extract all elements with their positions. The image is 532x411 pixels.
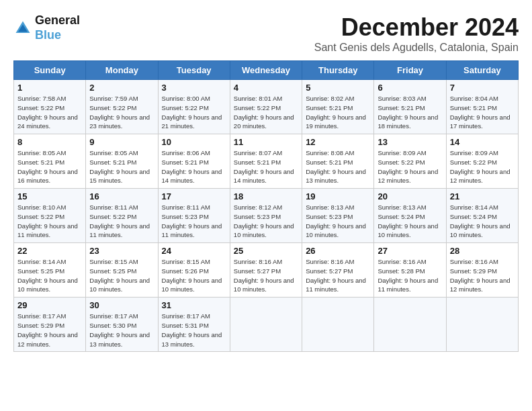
day-info: Sunrise: 8:17 AM Sunset: 5:31 PM Dayligh… xyxy=(162,312,226,349)
calendar-cell: 10 Sunrise: 8:06 AM Sunset: 5:21 PM Dayl… xyxy=(158,134,230,189)
header-row: Sunday Monday Tuesday Wednesday Thursday… xyxy=(14,61,519,80)
calendar-row: 8 Sunrise: 8:05 AM Sunset: 5:21 PM Dayli… xyxy=(14,134,519,189)
calendar-cell xyxy=(302,298,374,352)
day-number: 18 xyxy=(234,191,298,201)
day-number: 1 xyxy=(17,83,82,93)
day-number: 2 xyxy=(89,83,154,93)
calendar-cell: 12 Sunrise: 8:08 AM Sunset: 5:21 PM Dayl… xyxy=(302,134,374,189)
day-info: Sunrise: 8:05 AM Sunset: 5:21 PM Dayligh… xyxy=(89,148,154,185)
calendar-cell: 15 Sunrise: 8:10 AM Sunset: 5:22 PM Dayl… xyxy=(14,189,86,243)
day-number: 23 xyxy=(89,246,154,256)
day-number: 26 xyxy=(306,246,370,256)
day-number: 21 xyxy=(450,191,515,201)
day-info: Sunrise: 8:09 AM Sunset: 5:22 PM Dayligh… xyxy=(450,148,515,185)
day-info: Sunrise: 8:16 AM Sunset: 5:27 PM Dayligh… xyxy=(306,257,370,294)
calendar-row: 1 Sunrise: 7:58 AM Sunset: 5:22 PM Dayli… xyxy=(14,80,519,134)
calendar-cell: 6 Sunrise: 8:03 AM Sunset: 5:21 PM Dayli… xyxy=(374,80,446,134)
day-info: Sunrise: 8:12 AM Sunset: 5:23 PM Dayligh… xyxy=(234,203,298,240)
day-number: 6 xyxy=(378,83,442,93)
day-number: 29 xyxy=(17,300,82,310)
calendar-cell: 21 Sunrise: 8:14 AM Sunset: 5:24 PM Dayl… xyxy=(446,189,518,243)
calendar-title: December 2024 xyxy=(314,13,519,42)
day-info: Sunrise: 8:17 AM Sunset: 5:29 PM Dayligh… xyxy=(17,312,82,349)
day-info: Sunrise: 7:59 AM Sunset: 5:22 PM Dayligh… xyxy=(89,94,154,131)
day-number: 22 xyxy=(17,246,82,256)
calendar-table: Sunday Monday Tuesday Wednesday Thursday… xyxy=(13,60,519,352)
day-number: 3 xyxy=(162,83,226,93)
day-number: 4 xyxy=(234,83,298,93)
calendar-cell: 4 Sunrise: 8:01 AM Sunset: 5:22 PM Dayli… xyxy=(230,80,302,134)
day-info: Sunrise: 8:04 AM Sunset: 5:21 PM Dayligh… xyxy=(450,94,515,131)
day-info: Sunrise: 8:02 AM Sunset: 5:21 PM Dayligh… xyxy=(306,94,370,131)
calendar-cell: 29 Sunrise: 8:17 AM Sunset: 5:29 PM Dayl… xyxy=(14,298,86,352)
day-number: 9 xyxy=(89,137,154,147)
calendar-cell: 28 Sunrise: 8:16 AM Sunset: 5:29 PM Dayl… xyxy=(446,243,518,298)
calendar-cell: 9 Sunrise: 8:05 AM Sunset: 5:21 PM Dayli… xyxy=(86,134,158,189)
col-tuesday: Tuesday xyxy=(158,61,230,80)
day-number: 15 xyxy=(17,191,82,201)
calendar-cell: 26 Sunrise: 8:16 AM Sunset: 5:27 PM Dayl… xyxy=(302,243,374,298)
calendar-cell: 1 Sunrise: 7:58 AM Sunset: 5:22 PM Dayli… xyxy=(14,80,86,134)
calendar-row: 29 Sunrise: 8:17 AM Sunset: 5:29 PM Dayl… xyxy=(14,298,519,352)
calendar-cell: 11 Sunrise: 8:07 AM Sunset: 5:21 PM Dayl… xyxy=(230,134,302,189)
calendar-cell: 24 Sunrise: 8:15 AM Sunset: 5:26 PM Dayl… xyxy=(158,243,230,298)
col-saturday: Saturday xyxy=(446,61,518,80)
day-number: 8 xyxy=(17,137,82,147)
day-number: 5 xyxy=(306,83,370,93)
calendar-row: 15 Sunrise: 8:10 AM Sunset: 5:22 PM Dayl… xyxy=(14,189,519,243)
day-info: Sunrise: 8:09 AM Sunset: 5:22 PM Dayligh… xyxy=(378,148,442,185)
day-info: Sunrise: 8:17 AM Sunset: 5:30 PM Dayligh… xyxy=(89,312,154,349)
calendar-cell: 23 Sunrise: 8:15 AM Sunset: 5:25 PM Dayl… xyxy=(86,243,158,298)
calendar-row: 22 Sunrise: 8:14 AM Sunset: 5:25 PM Dayl… xyxy=(14,243,519,298)
calendar-cell xyxy=(446,298,518,352)
calendar-cell: 20 Sunrise: 8:13 AM Sunset: 5:24 PM Dayl… xyxy=(374,189,446,243)
calendar-cell: 5 Sunrise: 8:02 AM Sunset: 5:21 PM Dayli… xyxy=(302,80,374,134)
calendar-cell: 14 Sunrise: 8:09 AM Sunset: 5:22 PM Dayl… xyxy=(446,134,518,189)
day-number: 11 xyxy=(234,137,298,147)
day-number: 28 xyxy=(450,246,515,256)
calendar-cell: 18 Sunrise: 8:12 AM Sunset: 5:23 PM Dayl… xyxy=(230,189,302,243)
day-number: 14 xyxy=(450,137,515,147)
logo-text: General Blue xyxy=(35,13,80,42)
calendar-subtitle: Sant Genis dels Agudells, Catalonia, Spa… xyxy=(314,42,519,54)
day-info: Sunrise: 8:13 AM Sunset: 5:24 PM Dayligh… xyxy=(378,203,442,240)
day-info: Sunrise: 8:16 AM Sunset: 5:29 PM Dayligh… xyxy=(450,257,515,294)
day-info: Sunrise: 8:15 AM Sunset: 5:25 PM Dayligh… xyxy=(89,257,154,294)
day-info: Sunrise: 8:01 AM Sunset: 5:22 PM Dayligh… xyxy=(234,94,298,131)
day-info: Sunrise: 8:14 AM Sunset: 5:24 PM Dayligh… xyxy=(450,203,515,240)
day-info: Sunrise: 8:11 AM Sunset: 5:22 PM Dayligh… xyxy=(89,203,154,240)
calendar-cell: 16 Sunrise: 8:11 AM Sunset: 5:22 PM Dayl… xyxy=(86,189,158,243)
calendar-cell: 13 Sunrise: 8:09 AM Sunset: 5:22 PM Dayl… xyxy=(374,134,446,189)
calendar-cell: 2 Sunrise: 7:59 AM Sunset: 5:22 PM Dayli… xyxy=(86,80,158,134)
day-info: Sunrise: 8:03 AM Sunset: 5:21 PM Dayligh… xyxy=(378,94,442,131)
calendar-cell xyxy=(230,298,302,352)
day-number: 30 xyxy=(89,300,154,310)
day-info: Sunrise: 8:05 AM Sunset: 5:21 PM Dayligh… xyxy=(17,148,82,185)
day-number: 20 xyxy=(378,191,442,201)
title-section: December 2024 Sant Genis dels Agudells, … xyxy=(314,13,519,54)
day-info: Sunrise: 8:13 AM Sunset: 5:23 PM Dayligh… xyxy=(306,203,370,240)
calendar-cell: 31 Sunrise: 8:17 AM Sunset: 5:31 PM Dayl… xyxy=(158,298,230,352)
calendar-cell: 27 Sunrise: 8:16 AM Sunset: 5:28 PM Dayl… xyxy=(374,243,446,298)
calendar-cell: 30 Sunrise: 8:17 AM Sunset: 5:30 PM Dayl… xyxy=(86,298,158,352)
col-monday: Monday xyxy=(86,61,158,80)
col-wednesday: Wednesday xyxy=(230,61,302,80)
logo: General Blue xyxy=(13,13,80,42)
header: General Blue December 2024 Sant Genis de… xyxy=(13,13,519,54)
day-number: 19 xyxy=(306,191,370,201)
col-friday: Friday xyxy=(374,61,446,80)
calendar-cell: 17 Sunrise: 8:11 AM Sunset: 5:23 PM Dayl… xyxy=(158,189,230,243)
calendar-cell: 22 Sunrise: 8:14 AM Sunset: 5:25 PM Dayl… xyxy=(14,243,86,298)
day-info: Sunrise: 8:15 AM Sunset: 5:26 PM Dayligh… xyxy=(162,257,226,294)
calendar-cell xyxy=(374,298,446,352)
day-info: Sunrise: 7:58 AM Sunset: 5:22 PM Dayligh… xyxy=(17,94,82,131)
day-number: 31 xyxy=(162,300,226,310)
day-info: Sunrise: 8:10 AM Sunset: 5:22 PM Dayligh… xyxy=(17,203,82,240)
day-number: 13 xyxy=(378,137,442,147)
day-number: 24 xyxy=(162,246,226,256)
calendar-cell: 7 Sunrise: 8:04 AM Sunset: 5:21 PM Dayli… xyxy=(446,80,518,134)
day-info: Sunrise: 8:07 AM Sunset: 5:21 PM Dayligh… xyxy=(234,148,298,185)
day-info: Sunrise: 8:11 AM Sunset: 5:23 PM Dayligh… xyxy=(162,203,226,240)
calendar-cell: 25 Sunrise: 8:16 AM Sunset: 5:27 PM Dayl… xyxy=(230,243,302,298)
day-info: Sunrise: 8:08 AM Sunset: 5:21 PM Dayligh… xyxy=(306,148,370,185)
